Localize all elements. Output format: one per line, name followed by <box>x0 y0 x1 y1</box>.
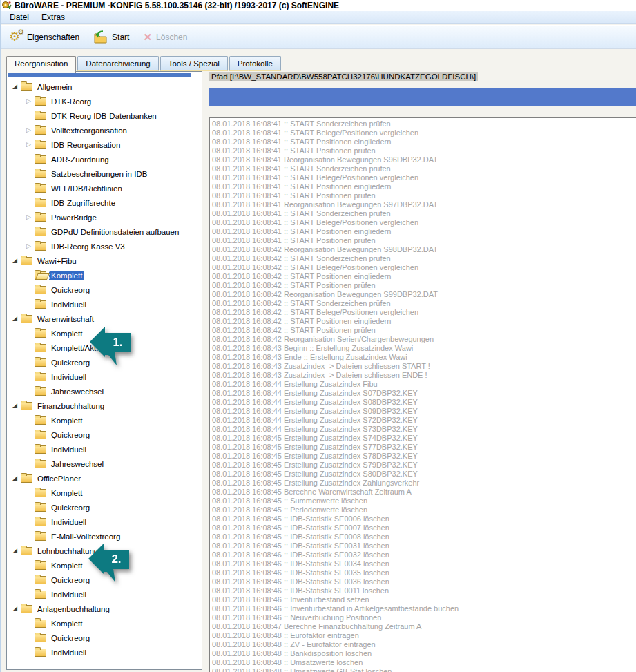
tree-item[interactable]: Quickreorg <box>7 500 202 515</box>
tree-item[interactable]: ▷IDB-Reorg Kasse V3 <box>7 239 202 253</box>
log-line: 08.01.2018 16:08:45 Berechne Warenwirtsc… <box>212 488 636 497</box>
tree-item[interactable]: Komplett <box>7 486 202 500</box>
tree-item[interactable]: ◢OfficePlaner <box>7 471 202 486</box>
expand-icon[interactable]: ▷ <box>23 125 34 135</box>
eigenschaften-button[interactable]: ⚙⚙ Eigenschaften <box>5 28 84 46</box>
tree-item[interactable]: ▷IDB-Reorganisation <box>7 137 202 152</box>
log-line: 08.01.2018 16:08:44 Erstellung Zusatzind… <box>212 425 636 434</box>
tree-item[interactable]: Komplett <box>7 268 202 282</box>
tree-item[interactable]: Individuell <box>7 442 202 457</box>
menu-extras[interactable]: Extras <box>35 12 71 23</box>
start-button[interactable]: Start <box>89 28 133 46</box>
log-line: 08.01.2018 16:08:41 Reorganisation Beweg… <box>212 200 636 209</box>
log-line: 08.01.2018 16:08:42 :: START Positionen … <box>212 317 636 326</box>
tree-item[interactable]: Jahreswechsel <box>7 384 202 399</box>
log-line: 08.01.2018 16:08:41 :: START Sonderzeich… <box>212 164 636 173</box>
tree-item[interactable]: ◢Finanzbuchhaltung <box>7 399 202 413</box>
expand-icon[interactable]: ▷ <box>23 212 34 222</box>
tree-item[interactable]: Individuell <box>7 369 202 384</box>
log-panel: Pfad [I:\BW_STANDARD\BW558PATCH32176\HUN… <box>208 71 636 672</box>
tree-item[interactable]: WFL/IDB/Richtlinien <box>7 181 202 195</box>
tabstrip: Reorganisation Datenarchivierung Tools /… <box>6 54 636 71</box>
folder-icon <box>35 184 46 193</box>
collapse-icon[interactable]: ◢ <box>10 81 20 92</box>
tree-item[interactable]: ▷DTK-Reorg <box>7 94 202 108</box>
tree-item[interactable]: Jahreswechsel <box>7 457 202 471</box>
folder-icon <box>35 228 46 236</box>
gears-icon: ⚙⚙ <box>9 30 23 44</box>
tree-item[interactable]: ADR-Zuordnung <box>7 152 202 166</box>
folder-icon <box>35 286 46 294</box>
folder-icon <box>21 402 32 410</box>
tree-item[interactable]: Quickreorg <box>7 282 202 297</box>
tree-item[interactable]: Quickreorg <box>7 631 202 645</box>
collapse-icon[interactable]: ◢ <box>10 314 20 324</box>
expand-icon[interactable]: ▷ <box>23 241 34 251</box>
log-line: 08.01.2018 16:08:46 :: Neuverbuchung Pos… <box>212 613 636 622</box>
tree-item[interactable]: ◢Anlagenbuchhaltung <box>7 602 202 616</box>
tree-item-label: Anlagenbuchhaltung <box>35 604 112 614</box>
log-line: 08.01.2018 16:08:48 :: Bankdisposition l… <box>212 649 636 658</box>
log-line: 08.01.2018 16:08:41 :: START Positionen … <box>212 137 636 146</box>
log-line: 08.01.2018 16:08:41 :: START Sonderzeich… <box>212 119 636 128</box>
tree-item[interactable]: Satzbeschreibungen in IDB <box>7 166 202 181</box>
log-line: 08.01.2018 16:08:41 :: START Positionen … <box>212 191 636 200</box>
folder-icon <box>35 620 46 628</box>
tree-item[interactable]: ▷PowerBridge <box>7 210 202 224</box>
tree-item[interactable]: Individuell <box>7 515 202 529</box>
folder-icon <box>35 242 46 251</box>
tab-protokolle[interactable]: Protokolle <box>229 56 281 71</box>
folder-icon <box>35 373 46 381</box>
tree-item-label: ADR-Zuordnung <box>49 155 111 164</box>
tree-item[interactable]: Individuell <box>7 587 202 602</box>
tree-item[interactable]: ◢Wawi+Fibu <box>7 253 202 268</box>
collapse-icon[interactable]: ◢ <box>10 546 20 556</box>
tree-item[interactable]: ◢Allgemein <box>7 79 202 94</box>
tree-item[interactable]: Individuell <box>7 645 202 660</box>
eigenschaften-label: Eigenschaften <box>27 32 79 42</box>
log-line: 08.01.2018 16:08:45 Erstellung Zusatzind… <box>212 470 636 479</box>
tree-item-label: GDPdU Definitionsdateien aufbauen <box>49 227 181 237</box>
tree-item[interactable]: Individuell <box>7 297 202 311</box>
log-line: 08.01.2018 16:08:46 :: IDB-Statistik SE0… <box>212 577 636 586</box>
tree-item-label: Quickreorg <box>49 633 92 643</box>
tree-item[interactable]: IDB-Zugriffsrechte <box>7 195 202 210</box>
collapse-icon[interactable]: ◢ <box>10 256 20 266</box>
folder-icon <box>35 489 46 497</box>
log-line: 08.01.2018 16:08:41 :: START Sonderzeich… <box>212 209 636 218</box>
tree-item[interactable]: Quickreorg <box>7 428 202 442</box>
tab-reorganisation[interactable]: Reorganisation <box>6 56 76 73</box>
folder-icon <box>35 170 46 178</box>
start-label: Start <box>112 32 129 42</box>
collapse-icon[interactable]: ◢ <box>10 473 20 483</box>
collapse-icon[interactable]: ◢ <box>10 604 20 614</box>
reorg-tree-panel[interactable]: ◢Allgemein▷DTK-ReorgDTK-Reorg IDB-Datenb… <box>6 71 202 670</box>
log-line: 08.01.2018 16:08:45 :: Periodenwerte lös… <box>212 506 636 515</box>
tree-item[interactable]: Komplett <box>7 413 202 428</box>
tree-item[interactable]: DTK-Reorg IDB-Datenbanken <box>7 108 202 123</box>
expand-icon[interactable]: ▷ <box>23 140 34 150</box>
folder-icon <box>21 547 32 555</box>
log-line: 08.01.2018 16:08:42 :: START Positionen … <box>212 272 636 281</box>
folder-icon <box>35 344 46 352</box>
collapse-icon[interactable]: ◢ <box>10 401 20 411</box>
loeschen-button[interactable]: ✕ Löschen <box>139 30 191 44</box>
tree-item-label: Quickreorg <box>49 430 92 440</box>
expand-icon[interactable]: ▷ <box>23 96 34 106</box>
tab-datenarchivierung[interactable]: Datenarchivierung <box>77 56 158 71</box>
tree-item-label: Warenwirtschaft <box>35 314 96 324</box>
tree-item-label: Finanzbuchhaltung <box>35 401 106 411</box>
tree-item[interactable]: Komplett <box>7 616 202 631</box>
tree-item[interactable]: ▷Volltextreorganisation <box>7 123 202 137</box>
tree-item-label: WFL/IDB/Richtlinien <box>49 184 124 193</box>
menu-datei[interactable]: Datei <box>3 12 35 23</box>
log-line: 08.01.2018 16:08:46 :: IDB-Statistik SE0… <box>212 586 636 595</box>
log-line: 08.01.2018 16:08:41 :: START Positionen … <box>212 146 636 155</box>
tab-tools-spezial[interactable]: Tools / Spezial <box>160 56 228 71</box>
log-line: 08.01.2018 16:08:42 Reorganisation Beweg… <box>212 245 636 254</box>
tree-item[interactable]: GDPdU Definitionsdateien aufbauen <box>7 224 202 239</box>
folder-icon <box>35 532 46 541</box>
log-list[interactable]: 08.01.2018 16:08:41 :: START Sonderzeich… <box>209 117 636 672</box>
folder-icon <box>35 445 46 454</box>
folder-icon <box>35 503 46 512</box>
